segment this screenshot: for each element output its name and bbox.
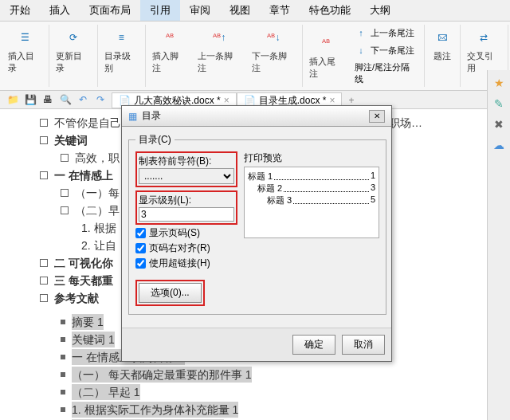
tool-icon[interactable]: ✖ — [491, 116, 507, 132]
bookmark-icon[interactable]: ★ — [491, 75, 507, 91]
text: （二）早 — [75, 202, 120, 218]
side-toolbar: ★ ✎ ✖ ☁ — [487, 70, 510, 420]
close-button[interactable]: ✕ — [369, 110, 385, 123]
cancel-button[interactable]: 取消 — [342, 335, 385, 355]
levels-section: 显示级别(L): — [135, 190, 237, 225]
close-icon[interactable]: × — [224, 95, 230, 106]
pencil-icon[interactable]: ✎ — [491, 96, 507, 112]
close-icon[interactable]: × — [329, 95, 335, 106]
doc-icon: 📄 — [244, 95, 256, 106]
toc-level-button[interactable]: ≡ 目录级别 — [101, 25, 142, 76]
caption-button[interactable]: 🖂 题注 — [428, 25, 457, 64]
caption-icon: 🖂 — [431, 26, 453, 49]
tab-start[interactable]: 开始 — [0, 0, 40, 21]
text: 三 每天都重 — [54, 273, 113, 289]
text: 参考文献 — [54, 290, 99, 306]
show-page-checkbox[interactable] — [135, 228, 146, 238]
tab-special[interactable]: 特色功能 — [300, 0, 360, 21]
prev-footnote-button[interactable]: ᴬᴮ↑ 上一条脚注 — [194, 25, 244, 76]
text: 二 可视化你 — [54, 255, 113, 271]
cloud-icon[interactable]: ☁ — [491, 137, 507, 153]
text: 摘要 1 — [72, 314, 104, 330]
prev-endnote-button[interactable]: ↑上一条尾注 — [351, 25, 421, 41]
footnote-icon: ᴬᴮ — [159, 26, 181, 49]
preview-box: 标题 11 标题 23 标题 35 — [244, 167, 379, 238]
tab-leader-label: 制表符前导符(B): — [139, 155, 234, 168]
text: 一 在情感上 — [54, 167, 113, 183]
text: 1. 根据实际工作为身体补充能量 1 — [72, 402, 238, 418]
text: 高效，职 — [75, 150, 120, 166]
insert-toc-button[interactable]: ☰ 插入目录 — [5, 25, 45, 76]
levels-label: 显示级别(L): — [139, 194, 234, 207]
tab-leader-section: 制表符前导符(B): ....... — [135, 151, 237, 187]
save-icon[interactable]: 💾 — [24, 93, 37, 106]
tab-layout[interactable]: 页面布局 — [80, 0, 140, 21]
tab-leader-select[interactable]: ....... — [139, 168, 234, 184]
new-icon[interactable]: 📁 — [6, 93, 19, 106]
text: 关键词 — [54, 132, 88, 148]
dialog-icon: ▦ — [128, 111, 137, 122]
menu-tabs: 开始 插入 页面布局 引用 审阅 视图 章节 特色功能 大纲 — [0, 0, 510, 22]
print-icon[interactable]: 🖶 — [41, 93, 54, 106]
toc-dialog: ▦目录 ✕ 目录(C) 制表符前导符(B): ....... 显示级别(L): … — [121, 105, 392, 362]
tab-outline[interactable]: 大纲 — [360, 0, 400, 21]
insert-endnote-button[interactable]: ᴬᴮ 插入尾注 — [306, 30, 347, 81]
text: 1. 根据 — [81, 220, 116, 236]
ribbon: ☰ 插入目录 ⟳ 更新目录 ≡ 目录级别 ᴬᴮ 插入脚注 ᴬᴮ↑ 上一条脚注 ᴬ… — [0, 22, 510, 91]
options-button[interactable]: 选项(0)... — [139, 283, 202, 303]
levels-input[interactable] — [139, 207, 234, 222]
next-en-icon: ↓ — [355, 44, 367, 57]
insert-footnote-button[interactable]: ᴬᴮ 插入脚注 — [149, 25, 190, 76]
preview-label: 打印预览 — [244, 151, 379, 165]
doc-icon: 📄 — [119, 95, 131, 106]
tab-insert[interactable]: 插入 — [40, 0, 80, 21]
toc-icon: ☰ — [14, 26, 37, 49]
cross-ref-button[interactable]: ⇄ 交叉引用 — [464, 25, 504, 76]
separator-button[interactable]: 脚注/尾注分隔线 — [351, 60, 421, 87]
options-section: 选项(0)... — [135, 280, 205, 306]
hyperlink-checkbox[interactable] — [135, 258, 146, 269]
dialog-titlebar[interactable]: ▦目录 ✕ — [122, 106, 391, 127]
text: （一）每 — [75, 185, 120, 201]
ok-button[interactable]: 确定 — [292, 335, 335, 355]
level-icon: ≡ — [110, 26, 132, 49]
align-right-checkbox[interactable] — [135, 243, 146, 253]
preview-icon[interactable]: 🔍 — [59, 93, 72, 106]
endnote-icon: ᴬᴮ — [315, 32, 337, 54]
crossref-icon: ⇄ — [473, 26, 495, 49]
tab-section[interactable]: 章节 — [260, 0, 300, 21]
prev-fn-icon: ᴬᴮ↑ — [208, 26, 230, 49]
tab-view[interactable]: 视图 — [220, 0, 260, 21]
text: 关键词 1 — [72, 332, 115, 347]
next-endnote-button[interactable]: ↓下一条尾注 — [351, 42, 421, 58]
tab-reference[interactable]: 引用 — [140, 0, 180, 21]
dialog-title: 目录 — [142, 109, 161, 123]
redo-icon[interactable]: ↷ — [94, 93, 107, 106]
next-footnote-button[interactable]: ᴬᴮ↓ 下一条脚注 — [249, 25, 298, 76]
text: （二） 早起 1 — [72, 384, 140, 400]
tab-review[interactable]: 审阅 — [180, 0, 220, 21]
text: （一） 每天都确定最重要的那件事 1 — [72, 367, 252, 383]
text: 2. 让自 — [81, 237, 116, 253]
toc-group: 目录(C) 制表符前导符(B): ....... 显示级别(L): 显示页码(S… — [128, 133, 386, 315]
next-fn-icon: ᴬᴮ↓ — [262, 26, 284, 49]
update-icon: ⟳ — [62, 26, 84, 49]
prev-en-icon: ↑ — [355, 26, 367, 39]
undo-icon[interactable]: ↶ — [76, 93, 89, 106]
update-toc-button[interactable]: ⟳ 更新目录 — [53, 25, 93, 76]
group-legend: 目录(C) — [135, 133, 175, 147]
